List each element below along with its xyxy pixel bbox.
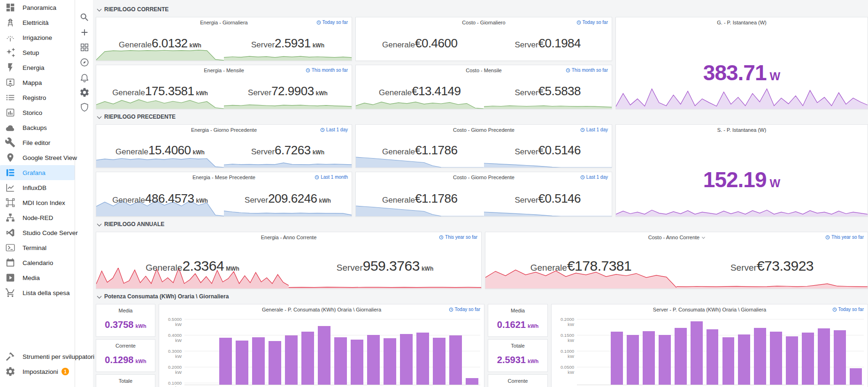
time-range-link[interactable]: Last 1 day bbox=[580, 127, 608, 132]
bar bbox=[850, 368, 862, 385]
panel-title[interactable]: Costo - Giorno Precedente bbox=[356, 127, 612, 133]
play-box-icon bbox=[5, 273, 15, 283]
time-range-link[interactable]: Today so far bbox=[316, 20, 348, 25]
chart-box-icon bbox=[5, 107, 15, 118]
sidebar-item-mdi-icon-index[interactable]: MDI Icon Index bbox=[0, 195, 75, 210]
bar bbox=[236, 341, 248, 385]
sidebar-item-label: Setup bbox=[23, 49, 39, 56]
section-grid: Energia - Giorno PrecedenteLast 1 dayGen… bbox=[96, 124, 868, 217]
sidebar-item-elettricita[interactable]: Elettricità bbox=[0, 15, 75, 30]
stat-panel-value-line: 0.3758kWh bbox=[96, 319, 155, 330]
stat-label: Server bbox=[515, 40, 538, 50]
stat-unit: kWh bbox=[319, 197, 331, 204]
stat-line: Generale175.3581kWh bbox=[112, 84, 208, 99]
gridline bbox=[184, 335, 480, 335]
stat-panel-title: Totale bbox=[96, 378, 155, 384]
cart-icon bbox=[5, 288, 15, 298]
sidebar-item-node-red[interactable]: Node-RED bbox=[0, 210, 75, 225]
sidebar-item-storico[interactable]: Storico bbox=[0, 105, 75, 120]
sidebar-item-label: Lista della spesa bbox=[23, 289, 70, 296]
panel-generale-p-consumata-kwh-oraria-giornaliera: Generale - P. Consumata (KWh) Oraria \ G… bbox=[159, 304, 484, 387]
rail-cog-button[interactable] bbox=[79, 87, 90, 98]
section-header-riepilogo-precedente[interactable]: RIEPILOGO PRECEDENTE bbox=[97, 111, 868, 123]
vector-square-icon bbox=[5, 197, 15, 208]
panel-title[interactable]: Energia - Mese Precedente bbox=[96, 175, 352, 180]
sidebar-item-label: InfluxDB bbox=[23, 184, 46, 191]
stat-label: Generale bbox=[382, 147, 415, 157]
panel-title[interactable]: Costo - Giorno Precedente bbox=[356, 175, 612, 180]
panel-title[interactable]: Costo - Giornaliero bbox=[356, 20, 612, 25]
rail-compass-button[interactable] bbox=[79, 57, 90, 68]
sidebar-item-setup[interactable]: Setup bbox=[0, 45, 75, 60]
sidebar-item-google-street-view[interactable]: Google Street View bbox=[0, 150, 75, 165]
panel-title[interactable]: Server - P. Consumata (KWh) Oraria \ Gio… bbox=[552, 307, 868, 312]
big-stat-value: 383.71 bbox=[703, 60, 767, 85]
stat-generale: Generale€178.7381 bbox=[485, 243, 676, 288]
panel-title[interactable]: G. - P. Istantanea (W) bbox=[616, 20, 868, 25]
time-range-link[interactable]: This month so far bbox=[566, 68, 608, 73]
sidebar-item-strumenti-per-sviluppatori[interactable]: Strumenti per sviluppatori bbox=[0, 349, 75, 364]
ha-sidebar: PanoramicaElettricitàIrrigazioneSetupEne… bbox=[0, 0, 75, 387]
y-axis-tick: 0.0500 kW bbox=[553, 364, 574, 375]
stat-value: €5.5838 bbox=[538, 84, 581, 99]
sidebar-item-backups[interactable]: Backups bbox=[0, 120, 75, 135]
panel-title-text: Costo - Anno Corrente bbox=[648, 235, 699, 240]
time-range-link[interactable]: Today so far bbox=[576, 20, 608, 25]
sidebar-item-energia[interactable]: Energia bbox=[0, 60, 75, 75]
time-range-link[interactable]: This year so far bbox=[825, 235, 864, 240]
rail-magnify-button[interactable] bbox=[79, 12, 90, 23]
time-range-link[interactable]: Today so far bbox=[449, 307, 480, 312]
stat-value: €1.1786 bbox=[415, 143, 457, 158]
sidebar-item-impostazioni[interactable]: Impostazioni1 bbox=[0, 364, 75, 379]
format-list-bulleted-icon bbox=[5, 92, 15, 103]
sitemap-icon bbox=[5, 212, 15, 223]
stat-panel-media: Media0.1621kWh bbox=[488, 304, 548, 337]
bar bbox=[802, 333, 814, 385]
rail-plus-button[interactable] bbox=[79, 27, 90, 38]
panel-title[interactable]: Energia - Giornaliera bbox=[96, 20, 352, 25]
stat-line: Generale2.3364MWh bbox=[146, 258, 239, 274]
time-range-link[interactable]: Last 1 day bbox=[320, 127, 348, 132]
sidebar-item-label: Studio Code Server bbox=[23, 229, 78, 236]
sidebar-item-lista-della-spesa[interactable]: Lista della spesa bbox=[0, 285, 75, 300]
section-header-potenza-consumata-kwh-oraria-giornaliera[interactable]: Potenza Consumata (KWh) Oraria \ Giornal… bbox=[97, 290, 868, 303]
time-range-link[interactable]: This month so far bbox=[306, 68, 348, 73]
panel-title[interactable]: S. - P. Istantanea (W) bbox=[616, 127, 868, 133]
clock-icon bbox=[449, 307, 453, 312]
grafana-sidebar-rail bbox=[76, 0, 93, 387]
sidebar-item-media[interactable]: Media bbox=[0, 270, 75, 285]
rail-view-grid-button[interactable] bbox=[79, 42, 90, 53]
panel-title[interactable]: Energia - Giorno Precedente bbox=[96, 127, 352, 133]
panel-title[interactable]: Energia - Anno Corrente bbox=[96, 235, 481, 240]
stat-label: Generale bbox=[115, 147, 148, 157]
section-header-riepilogo-annuale[interactable]: RIEPILOGO ANNUALE bbox=[97, 218, 868, 230]
sidebar-item-terminal[interactable]: Terminal bbox=[0, 240, 75, 255]
big-stat-line: 383.71W bbox=[616, 60, 868, 85]
sidebar-item-irrigazione[interactable]: Irrigazione bbox=[0, 30, 75, 45]
panel-title[interactable]: Costo - Anno Corrente bbox=[485, 235, 868, 240]
sidebar-item-registro[interactable]: Registro bbox=[0, 90, 75, 105]
stat-line: Generale€178.7381 bbox=[530, 258, 631, 274]
sidebar-item-file-editor[interactable]: File editor bbox=[0, 135, 75, 150]
sidebar-item-influxdb[interactable]: InfluxDB bbox=[0, 180, 75, 195]
y-axis-tick: 0.1500 kW bbox=[553, 333, 574, 343]
time-range-link[interactable]: Last 1 day bbox=[580, 175, 608, 180]
time-range-link[interactable]: This year so far bbox=[439, 235, 477, 240]
rail-bell-button[interactable] bbox=[79, 72, 90, 83]
sidebar-item-calendario[interactable]: Calendario bbox=[0, 255, 75, 270]
stat-panel-unit: kWh bbox=[528, 323, 538, 329]
stat-value: €13.4149 bbox=[412, 84, 461, 99]
sidebar-item-studio-code-server[interactable]: Studio Code Server bbox=[0, 225, 75, 240]
time-range-link[interactable]: Today so far bbox=[832, 307, 864, 312]
time-range-link[interactable]: Last 1 month bbox=[315, 175, 348, 180]
sidebar-item-grafana[interactable]: Grafana bbox=[0, 165, 75, 180]
rail-shield-button[interactable] bbox=[79, 102, 90, 113]
section-header-riepilogo-corrente[interactable]: RIEPILOGO CORRENTE bbox=[97, 3, 868, 15]
stat-generale: Generale€1.1786 bbox=[356, 181, 484, 216]
sidebar-item-mappa[interactable]: Mappa bbox=[0, 75, 75, 90]
sidebar-item-label: Mappa bbox=[23, 79, 42, 86]
sidebar-item-panoramica[interactable]: Panoramica bbox=[0, 0, 75, 15]
panel-title-text: Energia - Anno Corrente bbox=[261, 235, 317, 240]
panel-title-text: Energia - Mensile bbox=[204, 68, 244, 73]
panel-title[interactable]: Generale - P. Consumata (KWh) Oraria \ G… bbox=[159, 307, 484, 312]
